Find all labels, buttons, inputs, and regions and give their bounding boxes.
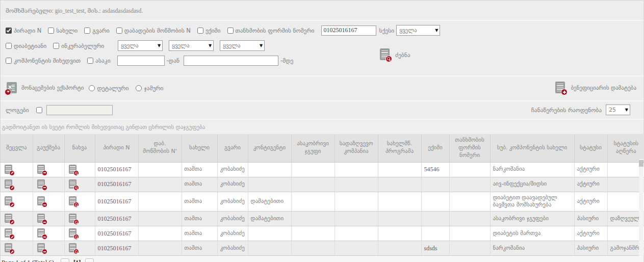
filter1-0-label: პირადი N <box>14 27 41 34</box>
column-header-14[interactable]: სტატუსი <box>574 134 607 162</box>
cancel-icon[interactable] <box>37 243 46 253</box>
column-header-1[interactable]: გაუქმება <box>33 134 64 162</box>
edit-icon[interactable] <box>5 228 13 239</box>
records-count-select[interactable]: 25 ▼ <box>606 104 630 115</box>
column-header-8[interactable]: ასაკობრივი ჯგუფი <box>291 134 334 162</box>
table-row: 01025016167თამთაკობახიძედამატებითიდიაბეტ… <box>1 192 644 212</box>
filter1-2-checkbox-group: გვარი <box>84 27 110 34</box>
table-cell: თამთა <box>182 192 217 212</box>
filter2-0-checkbox[interactable] <box>6 43 12 49</box>
age-to-input[interactable] <box>184 56 278 66</box>
cancel-cell <box>33 177 64 192</box>
column-header-12[interactable]: თანხმობის ფორმის ნომერი <box>449 134 490 162</box>
filter-dropdown-1[interactable]: ყველა▼ <box>169 40 214 51</box>
view-icon[interactable] <box>69 214 78 224</box>
filter1-5-checkbox[interactable] <box>227 28 234 34</box>
table-cell <box>138 241 182 256</box>
column-header-5[interactable]: სახელი <box>182 134 217 162</box>
filter-line-1: პირადი Nსახელიგვარიდაბადების მოწმობის Nე… <box>6 25 638 36</box>
age-to-suffix: -მდე <box>280 57 293 64</box>
filter1-3-checkbox[interactable] <box>116 28 122 34</box>
column-header-6[interactable]: გვარი <box>217 134 248 162</box>
cancel-icon[interactable] <box>37 228 46 239</box>
column-header-11[interactable]: ექიმი <box>421 134 449 162</box>
export-type-label: დეტალური <box>97 85 128 92</box>
filter3-0-checkbox[interactable] <box>6 58 12 64</box>
column-header-0[interactable]: შეცვლა <box>1 134 33 162</box>
filter3-1-label: ასაკი <box>95 57 111 64</box>
filter1-0-checkbox[interactable] <box>6 28 12 34</box>
edit-cell <box>1 226 33 241</box>
table-cell <box>291 212 334 226</box>
export-type-option: ჯამური <box>136 85 163 92</box>
filter1-1-checkbox[interactable] <box>48 28 54 34</box>
filter1-4-label: ექიმი <box>205 27 221 34</box>
column-header-13[interactable]: სუბ. კომპონენტის სახელი <box>490 134 574 162</box>
filter1-2-checkbox[interactable] <box>84 28 90 34</box>
table-cell <box>421 192 449 212</box>
search-button[interactable]: ძებნა <box>380 48 410 61</box>
export-type-radio-1[interactable] <box>136 85 142 91</box>
filter3-1-checkbox[interactable] <box>87 58 93 64</box>
logs-input[interactable] <box>46 105 113 115</box>
next-page-button[interactable]: › <box>85 258 94 262</box>
prev-page-button[interactable]: ‹ <box>61 258 69 262</box>
view-icon[interactable] <box>69 228 78 239</box>
cancel-cell <box>33 226 64 241</box>
add-beneficiary-button[interactable]: ბენეფიციარის დამატება <box>555 82 636 94</box>
view-icon[interactable] <box>69 243 78 253</box>
search-icon <box>380 48 391 61</box>
filter2-0-checkbox-group: დიაბეტიანი <box>6 42 46 49</box>
age-from-input[interactable] <box>117 56 165 66</box>
chevron-down-icon: ▼ <box>260 43 263 48</box>
edit-icon[interactable] <box>5 214 13 224</box>
edit-icon[interactable] <box>5 165 13 175</box>
filter2-1-checkbox[interactable] <box>53 43 59 49</box>
cancel-icon[interactable] <box>37 165 46 175</box>
column-header-9[interactable]: სადაზღვევო კომპანია <box>334 134 378 162</box>
column-header-2[interactable]: ნახვა <box>64 134 95 162</box>
table-row: 01025016167თამთაკობახიძედიაბეტის მართვაა… <box>1 226 644 241</box>
column-header-3[interactable]: პირადი N <box>95 134 138 162</box>
edit-cell <box>1 177 33 192</box>
edit-icon[interactable] <box>5 243 13 253</box>
gender-select[interactable]: ყველა ▼ <box>396 25 440 36</box>
table-cell <box>248 177 291 192</box>
table-cell <box>291 226 334 241</box>
beneficiary-table-wrap: შეცვლაგაუქმებანახვაპირადი Nდაბ. მოწმობის… <box>1 134 643 256</box>
logs-checkbox[interactable] <box>36 107 42 113</box>
cancel-icon[interactable] <box>37 179 46 190</box>
view-cell <box>64 192 95 212</box>
edit-icon[interactable] <box>5 196 13 206</box>
filter-dropdown-0[interactable]: ყველა▼ <box>118 40 163 51</box>
beneficiary-management-page: მომხმარებელი: gio_test_test, მის.: asdas… <box>0 0 644 262</box>
table-header-row: შეცვლაგაუქმებანახვაპირადი Nდაბ. მოწმობის… <box>1 134 644 162</box>
cancel-icon[interactable] <box>37 196 46 206</box>
vertical-scrollbar[interactable] <box>639 159 643 256</box>
table-cell: 01025016167 <box>95 162 138 177</box>
edit-icon[interactable] <box>5 179 13 190</box>
age-from-suffix: -დან <box>167 57 179 64</box>
filter1-1-checkbox-group: სახელი <box>48 27 78 34</box>
data-export-button[interactable]: x მონაცემების ექსპორტი დეტალურიჯამური <box>6 82 171 94</box>
consent-form-number-input[interactable] <box>321 25 376 36</box>
column-header-10[interactable]: სახელმწ. პროგრამა <box>378 134 421 162</box>
view-icon[interactable] <box>69 179 78 190</box>
filter1-4-checkbox[interactable] <box>197 28 203 34</box>
table-cell <box>378 226 421 241</box>
view-icon[interactable] <box>69 165 78 175</box>
column-header-7[interactable]: კონტიგენტი <box>248 134 291 162</box>
export-type-radio-0[interactable] <box>89 85 95 91</box>
table-cell: დამატებითი <box>248 192 291 212</box>
table-cell: აივ-ინფექცია/შიდსი <box>490 177 574 192</box>
cancel-icon[interactable] <box>37 214 46 224</box>
column-header-4[interactable]: დაბ. მოწმობის N' <box>138 134 182 162</box>
filter-dropdown-2[interactable]: ყველა▼ <box>220 40 265 51</box>
table-cell: sdsds <box>421 241 449 256</box>
column-header-15[interactable]: სტატუსის აღწერა <box>607 134 644 162</box>
user-info-bar: მომხმარებელი: gio_test_test, მის.: asdas… <box>1 1 643 21</box>
view-icon[interactable] <box>69 196 78 206</box>
vertical-scrollbar-thumb[interactable] <box>639 160 643 167</box>
cancel-cell <box>33 162 64 177</box>
table-cell <box>334 192 378 212</box>
